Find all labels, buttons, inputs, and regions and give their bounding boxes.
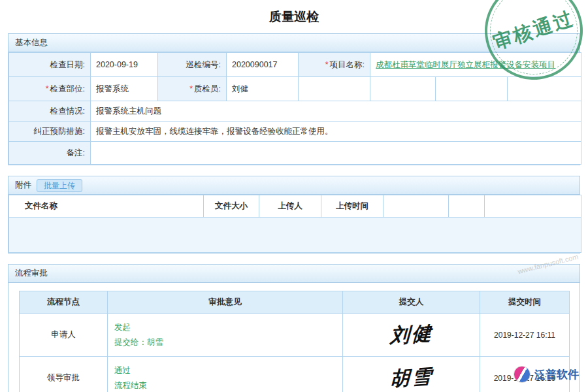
basic-info-title: 基本信息: [15, 34, 48, 52]
col-submit-time: 提交时间: [480, 291, 570, 314]
attachments-empty-area: [9, 218, 581, 253]
required-marker: *: [46, 84, 49, 93]
required-marker: *: [325, 60, 329, 69]
situation-value: 报警系统主机问题: [91, 101, 581, 122]
measures-value: 报警主机安放牢固，线缆连接牢靠，报警设备经验收能正常使用。: [91, 122, 581, 142]
check-part-label: *检查部位:: [9, 77, 91, 101]
approval-row: 领导审批 通过 流程结束 胡雪 2019-12-27 16:19: [20, 357, 570, 392]
empty-col: [384, 195, 449, 218]
approval-opinion: 发起 提交给：胡雪: [108, 314, 343, 357]
col-submitter: 提交人: [343, 291, 480, 314]
approval-table: 流程节点 审批意见 提交人 提交时间 申请人 发起 提交给：胡雪 刘健 2019…: [19, 291, 570, 392]
situation-label: 检查情况:: [9, 101, 91, 122]
opinion-action-link[interactable]: 通过: [114, 363, 131, 378]
brand-logo-icon: [514, 366, 531, 383]
col-file-name: 文件名称: [9, 195, 204, 218]
approval-title: 流程审批: [15, 265, 48, 282]
approval-node: 申请人: [20, 314, 108, 357]
submitter-signature-cell: 刘健: [343, 314, 480, 357]
approval-opinion: 通过 流程结束: [108, 357, 343, 392]
check-part-value: 报警系统: [91, 77, 158, 101]
empty-col: [485, 195, 581, 218]
inspector-value: 刘健: [227, 77, 299, 101]
remark-label: 备注:: [9, 142, 91, 165]
check-date-value: 2020-09-19: [91, 53, 158, 77]
col-uploader: 上传人: [259, 195, 321, 218]
measures-label: 纠正预防措施:: [9, 122, 91, 142]
approval-body: 流程节点 审批意见 提交人 提交时间 申请人 发起 提交给：胡雪 刘健 2019…: [8, 283, 580, 392]
inspection-no-value: 2020090017: [227, 53, 299, 77]
empty-cell: [508, 77, 581, 101]
empty-cell: [370, 77, 436, 101]
approval-row: 申请人 发起 提交给：胡雪 刘健 2019-12-27 16:11: [20, 314, 570, 357]
col-process-node: 流程节点: [20, 291, 108, 314]
opinion-target-link[interactable]: 流程结束: [114, 378, 147, 392]
attachments-header: 附件 批量上传: [8, 176, 580, 195]
col-upload-time: 上传时间: [321, 195, 384, 218]
empty-cell: [299, 77, 370, 101]
inspection-no-label: 巡检编号:: [158, 53, 227, 77]
attachments-section: 附件 批量上传 文件名称 文件大小 上传人 上传时间: [8, 176, 580, 253]
attachments-title: 附件: [15, 176, 31, 194]
empty-cell: [436, 77, 508, 101]
brand-logo: 泛普软件: [514, 366, 579, 383]
col-file-size: 文件大小: [204, 195, 259, 218]
project-name-label: *项目名称:: [299, 53, 370, 77]
remark-value: [91, 142, 581, 165]
inspector-label: *质检员:: [158, 77, 227, 101]
opinion-target-link[interactable]: 提交给：胡雪: [114, 335, 163, 350]
basic-info-table: 检查日期: 2020-09-19 巡检编号: 2020090017 *项目名称:…: [8, 52, 581, 165]
opinion-action-link[interactable]: 发起: [114, 320, 131, 335]
empty-col: [449, 195, 485, 218]
submitter-signature-cell: 胡雪: [343, 357, 480, 392]
approval-section: 流程审批 流程节点 审批意见 提交人 提交时间 申请人 发起 提交给：胡雪 刘健: [8, 264, 580, 392]
col-approval-opinion: 审批意见: [108, 291, 343, 314]
brand-logo-text: 泛普软件: [534, 367, 579, 382]
submitter-signature: 胡雪: [389, 363, 433, 392]
attachments-table: 文件名称 文件大小 上传人 上传时间: [8, 195, 581, 253]
approval-header: 流程审批: [8, 265, 580, 283]
submitter-signature: 刘健: [389, 320, 433, 350]
required-marker: *: [189, 84, 193, 93]
submit-time: 2019-12-27 16:11: [480, 314, 570, 357]
approval-node: 领导审批: [20, 357, 108, 392]
check-date-label: 检查日期:: [9, 53, 91, 77]
batch-upload-button[interactable]: 批量上传: [37, 179, 82, 192]
